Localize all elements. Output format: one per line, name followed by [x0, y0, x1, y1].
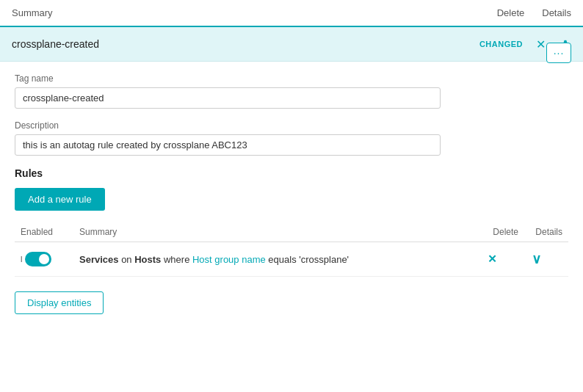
add-rule-button[interactable]: Add a new rule: [15, 188, 105, 211]
col-delete: Delete: [480, 222, 524, 242]
rule-close-icon: ✕: [488, 253, 497, 266]
chevron-down-icon: ∨: [532, 251, 541, 267]
display-entities-button[interactable]: Display entities: [15, 291, 104, 314]
header-details-label: Details: [542, 7, 571, 18]
rule-text2: where: [164, 254, 192, 265]
tag-name-label: Tag name: [15, 73, 568, 84]
col-enabled: Enabled: [15, 222, 73, 242]
rule-summary-cell: Services on Hosts where Host group name …: [73, 242, 480, 277]
tag-delete-button[interactable]: ✕: [535, 36, 547, 53]
toggle-switch[interactable]: [25, 252, 51, 266]
rule-text1: on: [121, 254, 134, 265]
rule-summary-text: Services on Hosts where Host group name …: [79, 254, 349, 265]
rule-enabled-cell: l: [15, 242, 73, 277]
toggle-wrap: l: [21, 252, 68, 266]
menu-dots-icon: ···: [554, 47, 565, 59]
rule-delete-button[interactable]: ✕: [486, 251, 499, 267]
col-details: Details: [524, 222, 568, 242]
toggle-slider: [25, 252, 51, 266]
header-summary-label: Summary: [12, 7, 53, 18]
header-actions: Delete Details: [497, 7, 571, 18]
description-input[interactable]: [15, 134, 441, 156]
rule-details-cell: ∨: [524, 242, 568, 277]
content-area: ··· Tag name Description Rules Add a new…: [0, 62, 583, 326]
changed-badge: CHANGED: [479, 40, 523, 48]
col-summary: Summary: [73, 222, 480, 242]
description-field-group: Description: [15, 120, 568, 156]
toggle-label: l: [21, 255, 22, 264]
rule-delete-cell: ✕: [480, 242, 524, 277]
rules-table: Enabled Summary Delete Details l: [15, 222, 568, 277]
rules-table-body: l Services on: [15, 242, 568, 277]
rule-link1: Host group name: [192, 254, 266, 265]
description-label: Description: [15, 120, 568, 131]
menu-button[interactable]: ···: [546, 43, 571, 63]
rule-bold1: Services: [79, 254, 119, 265]
tag-name-input[interactable]: [15, 87, 441, 109]
tag-row: crossplane-created CHANGED ✕ ∧: [0, 27, 583, 62]
rules-title: Rules: [15, 167, 568, 179]
table-row: l Services on: [15, 242, 568, 277]
rule-bold2: Hosts: [134, 254, 161, 265]
rules-section: Rules Add a new rule Enabled Summary Del…: [15, 167, 568, 277]
tag-name-field-group: Tag name: [15, 73, 568, 109]
rule-text3: equals 'crossplane': [268, 254, 349, 265]
header-delete-label: Delete: [497, 7, 525, 18]
rules-table-header: Enabled Summary Delete Details: [15, 222, 568, 242]
rule-details-button[interactable]: ∨: [530, 250, 543, 269]
close-icon: ✕: [536, 37, 546, 51]
header-row: Summary Delete Details: [0, 0, 583, 27]
tag-name-display: crossplane-created: [12, 38, 99, 50]
